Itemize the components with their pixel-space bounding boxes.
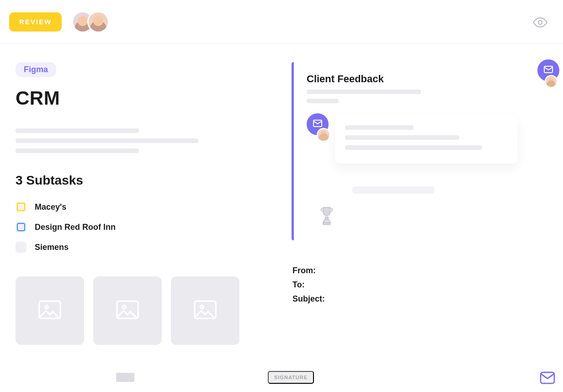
feedback-card[interactable]: Client Feedback	[292, 62, 556, 240]
comment-card[interactable]	[335, 115, 518, 164]
compose-to-label[interactable]: To:	[292, 280, 556, 290]
mail-icon	[540, 379, 555, 386]
comment-line-placeholder	[345, 135, 459, 140]
image-icon	[193, 300, 217, 321]
svg-point-0	[538, 20, 542, 24]
topbar: REVIEW	[0, 0, 563, 44]
subtask-item[interactable]: Macey's	[16, 197, 276, 217]
subtask-label: Design Red Roof Inn	[35, 222, 116, 232]
attachment-tile[interactable]	[16, 276, 84, 345]
comment-line-placeholder	[345, 125, 414, 130]
main-content: Figma CRM 3 Subtasks Macey's Design Red …	[0, 44, 563, 392]
avatar[interactable]	[87, 11, 109, 33]
compose-from-label[interactable]: From:	[292, 266, 556, 275]
image-icon	[116, 300, 139, 321]
status-badge[interactable]	[16, 201, 27, 212]
compose-subject-label[interactable]: Subject:	[292, 294, 556, 304]
image-icon	[38, 300, 62, 321]
subtask-label: Macey's	[35, 202, 66, 212]
toolbar-placeholder	[116, 373, 134, 382]
attachment-tile[interactable]	[93, 276, 162, 345]
avatar	[545, 75, 558, 88]
task-details-pane: Figma CRM 3 Subtasks Macey's Design Red …	[16, 62, 276, 392]
feedback-subtitle-placeholder	[307, 90, 543, 103]
subtask-item[interactable]: Siemens	[16, 237, 276, 257]
tag-pill[interactable]: Figma	[16, 62, 56, 77]
svg-point-2	[45, 305, 48, 308]
attachment-tile[interactable]	[171, 276, 239, 345]
comment-line-placeholder	[345, 145, 482, 150]
review-button[interactable]: REVIEW	[9, 12, 62, 32]
status-badge[interactable]	[16, 242, 27, 253]
feedback-title: Client Feedback	[307, 73, 543, 85]
svg-point-6	[200, 305, 203, 308]
placeholder-bar	[352, 186, 435, 194]
subtask-item[interactable]: Design Red Roof Inn	[16, 217, 276, 237]
description-placeholder	[16, 128, 276, 153]
bottombar: SIGNATURE	[0, 366, 563, 392]
subtask-label: Siemens	[35, 243, 69, 252]
activity-pane: Client Feedback	[285, 62, 556, 392]
subtasks-heading: 3 Subtasks	[16, 173, 276, 188]
eye-icon	[532, 25, 548, 32]
trophy-icon	[319, 206, 335, 226]
compose-mail-button[interactable]	[538, 369, 557, 387]
status-badge[interactable]	[16, 222, 27, 233]
task-title: CRM	[16, 87, 276, 109]
watch-button[interactable]	[530, 13, 550, 33]
assignee-avatars[interactable]	[72, 11, 109, 33]
attachments-row	[16, 276, 276, 345]
email-compose: From: To: Subject:	[292, 266, 556, 304]
subtask-list: Macey's Design Red Roof Inn Siemens	[16, 197, 276, 257]
svg-point-4	[122, 305, 126, 308]
avatar	[317, 128, 330, 142]
signature-button[interactable]: SIGNATURE	[268, 371, 314, 384]
